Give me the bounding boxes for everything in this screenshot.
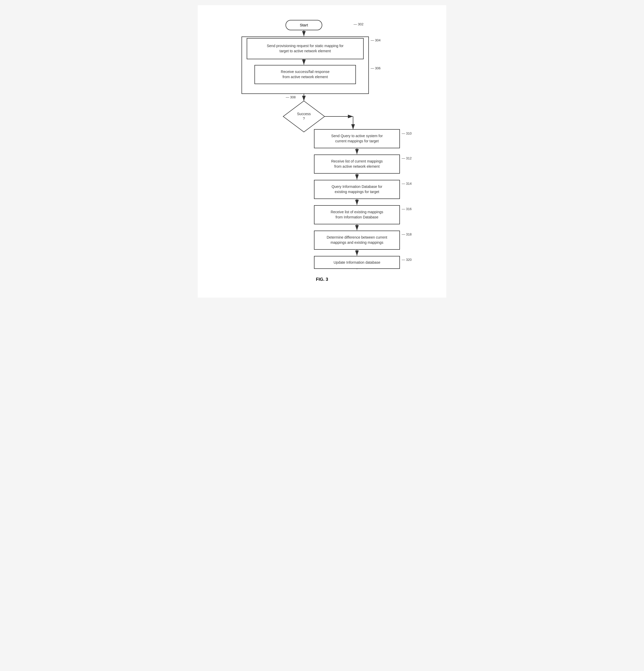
label-312-line1: Receive list of current mappings [331,159,382,163]
svg-text:Start: Start [300,23,308,27]
label-306-line1: Receive success/fail response [281,69,330,74]
ref-302: — 302 [354,22,363,26]
box-316 [314,205,400,224]
label-312-line2: from active network element [334,164,379,168]
label-318-line1: Determine difference between current [327,235,387,239]
box-312 [314,155,400,173]
figure-label: FIG. 3 [316,277,328,282]
label-316-line1: Receive list of existing mappings [330,210,383,214]
box-306 [255,65,356,84]
ref-308: — 308 [286,95,295,99]
diagram-container: — 302 Start — 304 Send provisioning requ… [213,15,431,282]
label-318-line2: mappings and existing mappings [330,240,383,244]
ref-316: — 316 [402,207,412,211]
box-310 [314,129,400,148]
label-314-line1: Query Information Database for [331,185,382,189]
label-308-line1: Success [297,112,311,116]
page: — 302 Start — 304 Send provisioning requ… [198,5,446,297]
label-316-line2: from Information Database [336,215,378,219]
label-314-line2: existing mappings for target [335,190,379,194]
ref-312: — 312 [402,156,412,160]
label-304-line1: Send provisioning request for static map… [267,44,344,48]
box-304 [247,38,363,59]
box-318 [314,231,400,250]
label-310-line2: current mappings for target [335,139,379,143]
ref-320: — 320 [402,258,412,262]
ref-306: — 306 [371,66,380,70]
label-306-line2: from active network element [282,75,328,79]
ref-304: — 304 [371,38,380,42]
box-314 [314,180,400,199]
ref-318: — 318 [402,232,412,236]
label-310-line1: Send Query to active system for [331,134,383,138]
ref-310: — 310 [402,131,412,135]
ref-314: — 314 [402,182,412,186]
label-308-line2: ? [303,116,305,121]
flowchart-svg: — 302 Start — 304 Send provisioning requ… [216,15,428,269]
label-304-line2: target to active network element [280,49,331,53]
label-320: Update Information database [334,260,380,265]
